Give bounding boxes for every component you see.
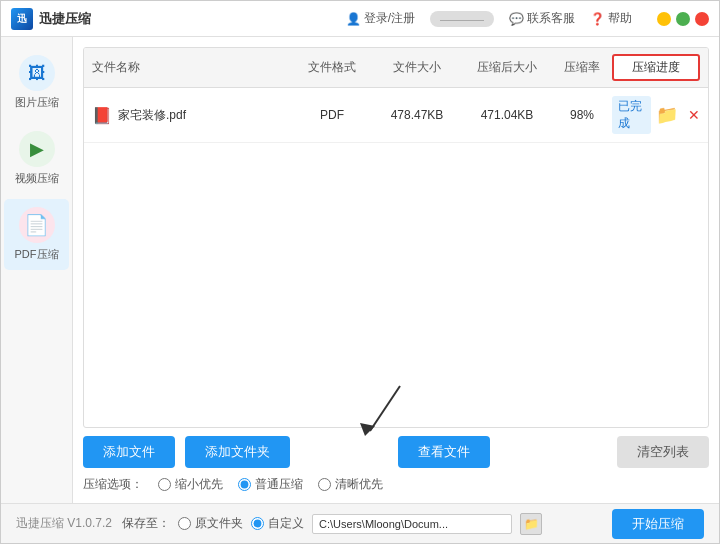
open-folder-icon[interactable]: 📁: [656, 104, 678, 126]
option-normal-label: 普通压缩: [255, 476, 303, 493]
login-button[interactable]: 👤 登录/注册: [346, 10, 415, 27]
title-bar: 迅 迅捷压缩 👤 登录/注册 ———— 💬 联系客服 ❓ 帮助: [1, 1, 719, 37]
main-layout: 🖼 图片压缩 ▶ 视频压缩 📄 PDF压缩 文件名称: [1, 37, 719, 503]
sidebar-item-image[interactable]: 🖼 图片压缩: [4, 47, 69, 118]
table-row: 📕 家宅装修.pdf PDF 478.47KB 471.04KB: [84, 88, 708, 143]
option-min-size[interactable]: 缩小优先: [158, 476, 223, 493]
table-body: 📕 家宅装修.pdf PDF 478.47KB 471.04KB: [84, 88, 708, 427]
file-name-cell: 📕 家宅装修.pdf: [92, 106, 292, 125]
sidebar-item-pdf[interactable]: 📄 PDF压缩: [4, 199, 69, 270]
sidebar-item-video[interactable]: ▶ 视频压缩: [4, 123, 69, 194]
start-compress-button[interactable]: 开始压缩: [612, 509, 704, 539]
window-controls: [657, 12, 709, 26]
clear-list-button[interactable]: 清空列表: [617, 436, 709, 468]
pdf-compress-icon: 📄: [19, 207, 55, 243]
radio-normal[interactable]: [238, 478, 251, 491]
contact-icon: 💬: [509, 12, 524, 26]
option-normal[interactable]: 普通压缩: [238, 476, 303, 493]
app-window: 迅 迅捷压缩 👤 登录/注册 ———— 💬 联系客服 ❓ 帮助: [0, 0, 720, 544]
save-custom-option[interactable]: 自定义: [251, 515, 304, 532]
radio-clear[interactable]: [318, 478, 331, 491]
remove-file-icon[interactable]: ✕: [688, 107, 700, 123]
file-size-cell: 478.47KB: [372, 108, 462, 122]
header-ratio: 压缩率: [552, 54, 612, 81]
radio-custom[interactable]: [251, 517, 264, 530]
close-button[interactable]: [695, 12, 709, 26]
video-compress-icon: ▶: [19, 131, 55, 167]
action-buttons: 添加文件 添加文件夹 查看文件 清空列表: [83, 436, 709, 468]
progress-status: 已完成: [612, 96, 651, 134]
header-compressed-size: 压缩后大小: [462, 54, 552, 81]
progress-cell: 已完成 📁 ✕: [612, 96, 700, 134]
option-clear-label: 清晰优先: [335, 476, 383, 493]
content-area: 文件名称 文件格式 文件大小 压缩后大小 压缩率 压缩进度: [73, 37, 719, 503]
original-label: 原文件夹: [195, 515, 243, 532]
version-label: 迅捷压缩 V1.0.7.2: [16, 515, 112, 532]
pdf-file-icon: 📕: [92, 106, 112, 125]
contact-button[interactable]: 💬 联系客服: [509, 10, 575, 27]
help-button[interactable]: ❓ 帮助: [590, 10, 632, 27]
browse-folder-button[interactable]: 📁: [520, 513, 542, 535]
header-progress: 压缩进度: [612, 54, 700, 81]
status-bar: 迅捷压缩 V1.0.7.2 保存至： 原文件夹 自定义 📁 开始压缩: [1, 503, 719, 543]
header-size: 文件大小: [372, 54, 462, 81]
user-avatar[interactable]: ————: [430, 11, 494, 27]
header-format: 文件格式: [292, 54, 372, 81]
save-label: 保存至：: [122, 515, 170, 532]
app-title: 迅捷压缩: [39, 10, 91, 28]
sidebar-label-video: 视频压缩: [15, 171, 59, 186]
table-header: 文件名称 文件格式 文件大小 压缩后大小 压缩率 压缩进度: [84, 48, 708, 88]
file-name-text: 家宅装修.pdf: [118, 107, 186, 124]
title-left: 迅 迅捷压缩: [11, 8, 91, 30]
view-file-button[interactable]: 查看文件: [398, 436, 490, 468]
compressed-size-cell: 471.04KB: [462, 108, 552, 122]
save-original-option[interactable]: 原文件夹: [178, 515, 243, 532]
bottom-area: 添加文件 添加文件夹 查看文件 清空列表 压: [83, 436, 709, 493]
app-logo: 迅: [11, 8, 33, 30]
compress-options: 压缩选项： 缩小优先 普通压缩 清晰优先: [83, 476, 709, 493]
title-right: 👤 登录/注册 ———— 💬 联系客服 ❓ 帮助: [346, 10, 709, 27]
custom-label: 自定义: [268, 515, 304, 532]
add-file-button[interactable]: 添加文件: [83, 436, 175, 468]
option-min-label: 缩小优先: [175, 476, 223, 493]
sidebar-label-image: 图片压缩: [15, 95, 59, 110]
compress-options-label: 压缩选项：: [83, 476, 143, 493]
radio-min[interactable]: [158, 478, 171, 491]
image-compress-icon: 🖼: [19, 55, 55, 91]
add-folder-button[interactable]: 添加文件夹: [185, 436, 290, 468]
file-table: 文件名称 文件格式 文件大小 压缩后大小 压缩率 压缩进度: [83, 47, 709, 428]
save-path-input[interactable]: [312, 514, 512, 534]
sidebar: 🖼 图片压缩 ▶ 视频压缩 📄 PDF压缩: [1, 37, 73, 503]
arrow-area: 查看文件: [398, 436, 490, 468]
sidebar-label-pdf: PDF压缩: [15, 247, 59, 262]
option-clear[interactable]: 清晰优先: [318, 476, 383, 493]
file-format-cell: PDF: [292, 108, 372, 122]
ratio-cell: 98%: [552, 108, 612, 122]
user-icon: 👤: [346, 12, 361, 26]
header-filename: 文件名称: [92, 54, 292, 81]
minimize-button[interactable]: [657, 12, 671, 26]
maximize-button[interactable]: [676, 12, 690, 26]
radio-original[interactable]: [178, 517, 191, 530]
save-path-area: 保存至： 原文件夹 自定义 📁: [122, 513, 602, 535]
help-icon: ❓: [590, 12, 605, 26]
